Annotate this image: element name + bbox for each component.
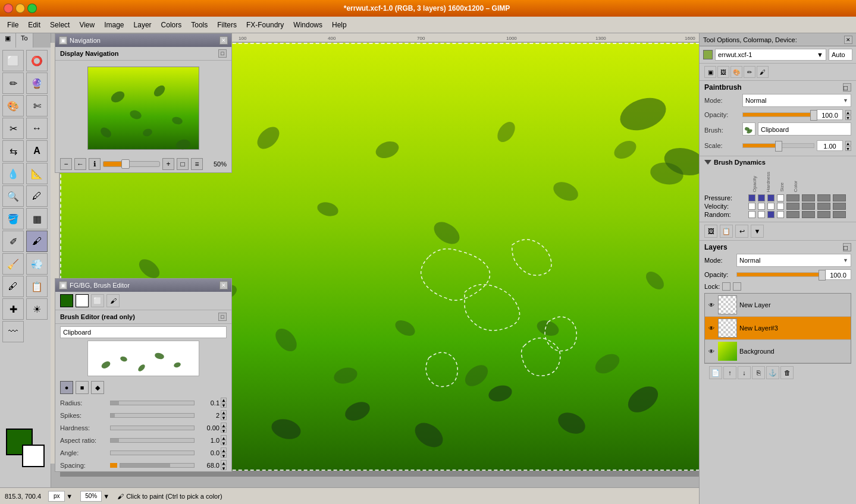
scale-slider[interactable] — [742, 143, 814, 148]
tool-icon-2[interactable]: 🖼 — [717, 66, 729, 78]
close-button[interactable] — [4, 4, 13, 13]
brush-name-display[interactable]: Clipboard — [758, 122, 851, 136]
random-opacity-checkbox[interactable] — [748, 211, 755, 218]
zoom-dropdown[interactable]: ▼ — [103, 491, 110, 502]
brush-dynamics-triangle[interactable] — [704, 160, 711, 165]
menu-layer[interactable]: Layer — [129, 20, 156, 30]
nav-zoom-info[interactable]: ℹ — [89, 158, 101, 170]
hardness-down[interactable]: ▼ — [221, 428, 227, 433]
right-panel-close[interactable]: ✕ — [844, 36, 852, 44]
opacity-slider[interactable] — [742, 112, 814, 117]
brush-spacing-slider[interactable] — [120, 463, 195, 468]
menu-colors[interactable]: Colors — [156, 20, 187, 30]
layer-btn-raise[interactable]: ↑ — [723, 366, 736, 379]
tool-measure[interactable]: 📐 — [26, 163, 48, 184]
tool-paths[interactable]: 🖊 — [26, 185, 48, 207]
mode-dropdown[interactable]: Auto — [829, 49, 852, 61]
tool-heal[interactable]: ✚ — [2, 298, 24, 320]
velocity-color-checkbox[interactable] — [777, 203, 784, 210]
velocity-size-checkbox[interactable] — [767, 203, 775, 210]
tool-icon-1[interactable]: ▣ — [704, 66, 716, 78]
fg-mini[interactable] — [60, 294, 73, 307]
nav-zoom-fit[interactable]: □ — [177, 158, 189, 170]
scale-thumb[interactable] — [775, 141, 782, 152]
layer-visibility-icon[interactable]: 👁 — [707, 301, 716, 309]
layer-new-layer[interactable]: 👁 New Layer — [705, 294, 851, 317]
tool-ellipse-select[interactable]: ⭕ — [26, 50, 48, 71]
tool-rectangle-select[interactable]: ⬜ — [2, 50, 24, 71]
brush-editor-expand[interactable]: □ — [218, 313, 227, 321]
tool-bucket-fill[interactable]: 🪣 — [2, 208, 24, 229]
brush-name-input[interactable] — [60, 326, 227, 338]
tool-scissors[interactable]: ✄ — [26, 95, 48, 116]
tool-transform[interactable]: ↔ — [26, 118, 48, 139]
menu-file[interactable]: File — [2, 20, 23, 30]
nav-zoom-slider[interactable] — [103, 161, 160, 167]
tool-clone[interactable]: 📋 — [26, 276, 48, 297]
menu-help[interactable]: Help — [327, 20, 352, 30]
nav-zoom-in[interactable]: + — [162, 158, 174, 170]
menu-view[interactable]: View — [74, 20, 99, 30]
pressure-opacity-checkbox[interactable] — [748, 194, 755, 201]
pb-icon-3[interactable]: ↩ — [735, 225, 748, 238]
tool-icon-3[interactable]: 🎨 — [730, 66, 742, 78]
spacing-down[interactable]: ▼ — [221, 465, 227, 470]
tool-icon-4[interactable]: ✏ — [744, 66, 755, 78]
paintbrush-expand[interactable]: □ — [843, 83, 851, 92]
brush-angle-slider[interactable] — [110, 451, 195, 455]
background-color[interactable] — [22, 445, 45, 467]
paintbrush-mode-dropdown[interactable]: Normal ▼ — [742, 94, 851, 107]
tool-color-picker[interactable]: 💧 — [2, 163, 24, 184]
tool-dodge[interactable]: ☀ — [26, 298, 48, 320]
tool-eraser[interactable]: 🧹 — [2, 253, 24, 275]
spacing-up[interactable]: ▲ — [221, 460, 227, 465]
pressure-size-checkbox[interactable] — [767, 194, 775, 201]
units-dropdown[interactable]: ▼ — [66, 491, 73, 502]
tool-flip[interactable]: ⇆ — [2, 140, 24, 162]
nav-zoom-out[interactable]: − — [60, 158, 72, 170]
zoom-input[interactable] — [80, 491, 102, 502]
scale-up[interactable]: ▲ — [845, 141, 851, 146]
tool-select-by-color[interactable]: 🎨 — [2, 95, 24, 116]
menu-tools[interactable]: Tools — [186, 20, 212, 30]
brush-hardness-slider[interactable] — [110, 426, 195, 430]
pb-icon-2[interactable]: 📋 — [720, 225, 733, 238]
layer-btn-lower[interactable]: ↓ — [738, 366, 751, 379]
layers-mode-dropdown[interactable]: Normal ▼ — [736, 254, 851, 267]
tool-free-select[interactable]: ✏ — [2, 73, 24, 94]
layer-new-layer-3[interactable]: 👁 New Layer#3 — [705, 317, 851, 340]
tool-icon-5[interactable]: 🖌 — [757, 66, 769, 78]
velocity-opacity-checkbox[interactable] — [748, 203, 755, 210]
tool-smudge[interactable]: 〰 — [2, 321, 24, 342]
nav-panel-close[interactable]: ✕ — [220, 36, 228, 45]
brush-aspect-slider[interactable] — [110, 438, 195, 443]
units-input[interactable] — [48, 491, 65, 502]
opacity-down[interactable]: ▼ — [845, 115, 851, 120]
tool-pencil[interactable]: ✐ — [2, 231, 24, 252]
lock-pixels[interactable] — [722, 282, 730, 291]
tool-zoom[interactable]: 🔍 — [2, 185, 24, 207]
window-controls[interactable] — [4, 4, 37, 13]
fg-icon[interactable]: ⬜ — [91, 294, 104, 307]
brush-spikes-slider[interactable] — [110, 413, 195, 418]
nav-zoom-back[interactable]: ← — [74, 158, 86, 170]
menu-fx-foundry[interactable]: FX-Foundry — [242, 20, 289, 30]
pressure-color-checkbox[interactable] — [777, 194, 784, 201]
hardness-up[interactable]: ▲ — [221, 423, 227, 427]
opacity-up[interactable]: ▲ — [845, 110, 851, 115]
bg-mini[interactable] — [76, 294, 89, 307]
radius-down[interactable]: ▼ — [221, 403, 227, 408]
brush-icon-tab[interactable]: 🖌 — [106, 294, 120, 307]
brush-thumbnail[interactable] — [742, 122, 755, 136]
brush-radius-slider[interactable] — [110, 401, 195, 405]
shape-diamond[interactable]: ◆ — [91, 381, 104, 394]
tool-airbrush[interactable]: 💨 — [26, 253, 48, 275]
tool-fuzzy-select[interactable]: 🔮 — [26, 73, 48, 94]
layer-btn-new[interactable]: 📄 — [709, 366, 722, 379]
shape-circle[interactable]: ● — [60, 381, 73, 394]
aspect-down[interactable]: ▼ — [221, 440, 227, 445]
maximize-button[interactable] — [27, 4, 37, 13]
nav-zoom-menu[interactable]: ≡ — [191, 158, 203, 170]
layer-name-dropdown[interactable]: errwut.xcf-1 ▼ — [715, 49, 826, 61]
random-size-checkbox[interactable] — [767, 211, 775, 218]
